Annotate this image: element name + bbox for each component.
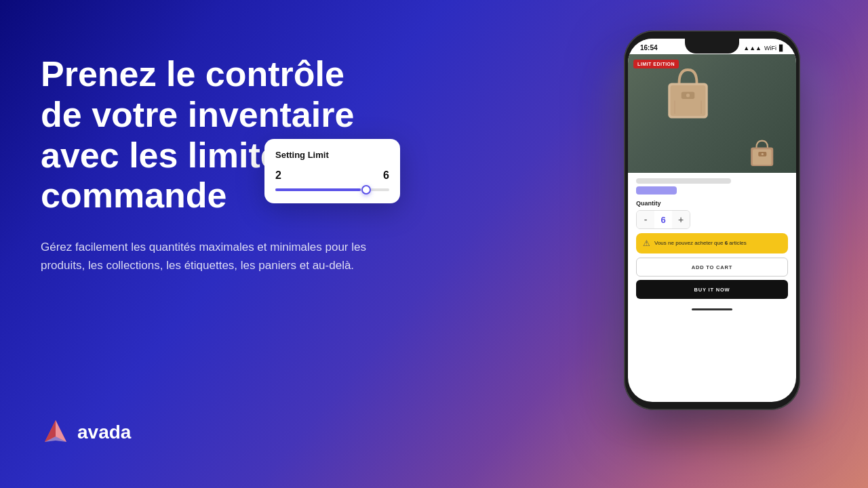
- product-image-area: LIMIT EDITION: [628, 54, 796, 173]
- product-details: Quantity - 6 + ⚠ Vous ne pouvez acheter …: [628, 173, 796, 304]
- brand-name: avada: [77, 422, 131, 443]
- headline-line2: de votre inventaire: [41, 95, 354, 134]
- battery-icon: ▊: [779, 45, 784, 52]
- product-name-blurred: [636, 178, 731, 184]
- setting-limit-popup: Setting Limit 2 6: [264, 139, 400, 203]
- popup-min-value: 2: [275, 169, 281, 182]
- quantity-control: - 6 +: [636, 210, 690, 229]
- phone-device: 16:54 ▲▲▲ WiFi ▊ LIMIT EDITION: [624, 30, 800, 410]
- phone-screen: 16:54 ▲▲▲ WiFi ▊ LIMIT EDITION: [628, 39, 796, 402]
- home-indicator: [692, 308, 732, 310]
- headline-line1: Prenez le contrôle: [41, 54, 344, 94]
- popup-slider[interactable]: [275, 188, 389, 191]
- quantity-label: Quantity: [636, 200, 788, 207]
- svg-point-7: [686, 94, 690, 97]
- quantity-decrease-button[interactable]: -: [637, 211, 654, 228]
- svg-rect-5: [671, 85, 706, 117]
- logo-section: avada: [41, 418, 131, 447]
- product-price-blurred: [636, 186, 677, 195]
- warning-prefix: Vous ne pouvez acheter que: [654, 240, 723, 246]
- warning-suffix: articles: [729, 240, 746, 246]
- popup-slider-fill: [275, 188, 361, 191]
- status-time: 16:54: [640, 44, 658, 52]
- warning-icon: ⚠: [643, 239, 650, 248]
- phone-bottom: [628, 304, 796, 314]
- avada-logo-icon: [41, 418, 71, 447]
- bag-small-svg: [745, 136, 783, 170]
- buy-now-button[interactable]: BUY IT NOW: [636, 280, 788, 299]
- wifi-icon: WiFi: [764, 45, 776, 52]
- warning-text: Vous ne pouvez acheter que 6 articles: [654, 240, 747, 247]
- svg-rect-11: [753, 149, 772, 165]
- headline-line4: commande: [41, 176, 227, 215]
- warning-banner: ⚠ Vous ne pouvez acheter que 6 articles: [636, 233, 788, 253]
- phone-notch: [685, 39, 739, 54]
- subtext: Gérez facilement les quantités maximales…: [41, 238, 380, 274]
- popup-slider-thumb[interactable]: [361, 185, 371, 195]
- quantity-increase-button[interactable]: +: [672, 211, 690, 228]
- signal-icon: ▲▲▲: [743, 45, 762, 52]
- limit-badge: LIMIT EDITION: [633, 60, 679, 68]
- warning-bold: 6: [725, 240, 728, 246]
- status-icons: ▲▲▲ WiFi ▊: [743, 45, 784, 52]
- popup-title: Setting Limit: [275, 150, 389, 160]
- add-to-cart-button[interactable]: ADD TO CART: [636, 258, 788, 277]
- quantity-value: 6: [654, 215, 672, 225]
- bag-large-svg: [648, 61, 736, 131]
- popup-values: 2 6: [275, 169, 389, 182]
- svg-point-13: [762, 152, 764, 155]
- popup-max-value: 6: [383, 169, 389, 182]
